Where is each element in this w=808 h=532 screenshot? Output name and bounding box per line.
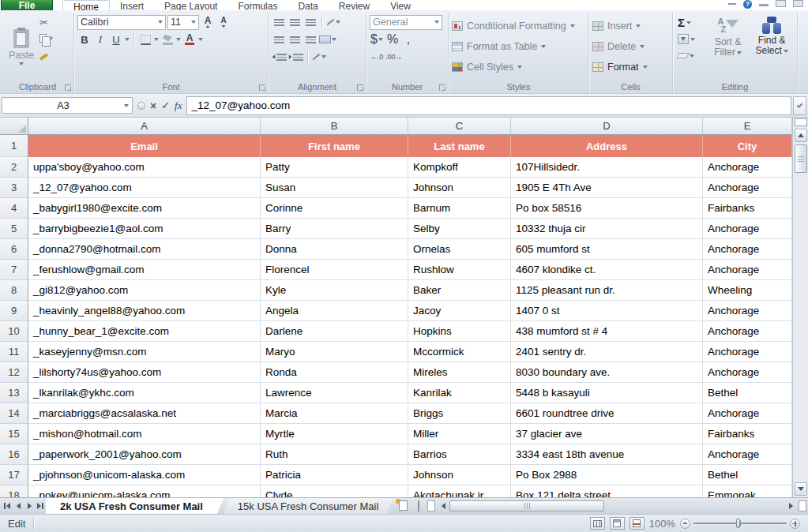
font-name-select[interactable]: Calibri: [77, 15, 166, 30]
cell-city[interactable]: Fairbanks: [703, 198, 792, 219]
cell-address[interactable]: 1905 E 4Th Ave: [511, 178, 703, 198]
cell-last-name[interactable]: Kanrilak: [408, 383, 511, 403]
cell-first-name[interactable]: Clyde: [261, 485, 408, 497]
next-sheet-button[interactable]: [24, 500, 35, 512]
row-number[interactable]: 8: [0, 280, 28, 301]
cell-city[interactable]: Anchorage: [703, 260, 792, 280]
chevron-down-icon[interactable]: [176, 38, 181, 41]
zoom-track[interactable]: [693, 523, 787, 524]
horizontal-split-box[interactable]: [427, 500, 435, 511]
cell-email[interactable]: _gi812@yahoo.com: [28, 280, 261, 301]
cell-address[interactable]: 6601 roundtree drive: [511, 403, 703, 424]
comma-button[interactable]: ,: [401, 32, 415, 47]
scroll-down-button[interactable]: [795, 482, 807, 496]
header-cell[interactable]: Last name: [408, 135, 511, 157]
cell-first-name[interactable]: Maryo: [261, 342, 408, 362]
format-as-table-button[interactable]: Format as Table: [452, 36, 585, 57]
cell-city[interactable]: Anchorage: [703, 342, 792, 362]
currency-button[interactable]: $: [370, 32, 384, 47]
cell-first-name[interactable]: Barry: [261, 219, 408, 239]
chevron-down-icon[interactable]: [124, 104, 129, 107]
header-cell[interactable]: City: [703, 135, 792, 157]
cell-last-name[interactable]: Ornelas: [408, 239, 511, 260]
row-number[interactable]: 3: [0, 178, 28, 198]
cell-first-name[interactable]: Marcia: [261, 403, 408, 424]
cell-city[interactable]: Anchorage: [703, 219, 792, 239]
cell-email[interactable]: _barrybigbeezie1@aol.com: [28, 219, 261, 239]
cell-city[interactable]: Wheeling: [703, 280, 792, 301]
cell-address[interactable]: 438 mumford st # 4: [511, 321, 703, 342]
cell-city[interactable]: Anchorage: [703, 362, 792, 383]
tab-data[interactable]: Data: [287, 0, 328, 10]
cell-last-name[interactable]: Mireles: [408, 362, 511, 383]
align-middle-button[interactable]: [287, 15, 302, 29]
horizontal-scroll-thumb[interactable]: [449, 500, 604, 511]
cell-last-name[interactable]: Baker: [408, 280, 511, 301]
conditional-formatting-button[interactable]: Conditional Formatting: [452, 16, 585, 36]
cell-first-name[interactable]: Donna: [261, 239, 408, 260]
wrap-text-button[interactable]: [312, 50, 326, 64]
cell-first-name[interactable]: Lawrence: [261, 383, 408, 403]
page-layout-view-button[interactable]: [610, 517, 625, 530]
dialog-launcher-icon[interactable]: [357, 84, 363, 91]
help-icon[interactable]: ?: [743, 0, 752, 9]
insert-cells-button[interactable]: Insert: [592, 16, 669, 36]
vertical-scroll-thumb[interactable]: [795, 144, 807, 173]
first-sheet-button[interactable]: [2, 500, 13, 512]
vertical-scrollbar[interactable]: [792, 118, 808, 497]
column-header-c[interactable]: C: [408, 118, 511, 134]
name-box[interactable]: A3: [2, 97, 133, 114]
tab-split-handle[interactable]: [418, 500, 423, 511]
italic-button[interactable]: I: [93, 32, 107, 47]
cell-last-name[interactable]: Hopkins: [408, 321, 511, 342]
enter-button[interactable]: ✓: [161, 99, 170, 111]
cell-last-name[interactable]: Barrios: [408, 444, 511, 465]
row-number[interactable]: 16: [0, 444, 28, 465]
cell-first-name[interactable]: Darlene: [261, 321, 408, 342]
cell-city[interactable]: Bethel: [703, 383, 792, 403]
file-tab[interactable]: File: [1, 0, 53, 10]
cell-email[interactable]: _mishon@hotmail.com: [28, 424, 261, 444]
cell-last-name[interactable]: Selby: [408, 219, 511, 239]
previous-sheet-button[interactable]: [13, 500, 24, 512]
chevron-down-icon[interactable]: [154, 38, 159, 41]
align-center-button[interactable]: [287, 32, 302, 47]
dialog-launcher-icon[interactable]: [259, 84, 265, 91]
cell-address[interactable]: 37 glacier ave: [511, 424, 703, 444]
cell-email[interactable]: uppa'sboy@yahoo.com: [28, 157, 261, 178]
sheet-tab-inactive[interactable]: 15k USA Fresh Consumer Mail: [224, 498, 393, 514]
fill-color-button[interactable]: [160, 32, 175, 47]
orientation-button[interactable]: [326, 15, 340, 29]
cell-email[interactable]: _paperwork_2001@yahoo.com: [28, 444, 261, 465]
copy-button[interactable]: [38, 32, 54, 45]
cell-email[interactable]: _babygirl1980@excite.com: [28, 198, 261, 219]
cell-last-name[interactable]: Barnum: [408, 198, 511, 219]
find-select-button[interactable]: Find & Select: [750, 16, 794, 81]
row-number[interactable]: 2: [0, 157, 28, 178]
page-break-view-button[interactable]: [629, 517, 645, 530]
column-header-b[interactable]: B: [261, 118, 408, 134]
cell-email[interactable]: _donna2790@hotmail.com: [28, 239, 261, 260]
fill-button[interactable]: [676, 32, 706, 46]
cell-address[interactable]: 605 mumford st: [511, 239, 703, 260]
grow-font-button[interactable]: A: [201, 15, 215, 29]
row-number[interactable]: 6: [0, 239, 28, 260]
cell-last-name[interactable]: Mccormick: [408, 342, 511, 362]
sheet-tab-active[interactable]: 2k USA Fresh Consumer Mail: [46, 498, 224, 514]
cell-address[interactable]: 4607 klondike ct.: [511, 260, 703, 280]
cell-email[interactable]: _heavinly_angel88@yahoo.com: [28, 301, 261, 321]
cell-city[interactable]: Fairbanks: [703, 424, 792, 444]
format-cells-button[interactable]: Format: [592, 57, 669, 77]
tab-home[interactable]: Home: [62, 0, 110, 10]
row-number[interactable]: 11: [0, 342, 28, 362]
cell-address[interactable]: Po box 58516: [511, 198, 703, 219]
split-box[interactable]: [795, 118, 807, 126]
align-bottom-button[interactable]: [303, 15, 318, 29]
cell-first-name[interactable]: Kyle: [261, 280, 408, 301]
cell-last-name[interactable]: Kompkoff: [408, 157, 511, 178]
cell-address[interactable]: 8030 boundary ave.: [511, 362, 703, 383]
cell-first-name[interactable]: Susan: [261, 178, 408, 198]
cell-email[interactable]: _hunny_bear_1@excite.com: [28, 321, 261, 342]
column-header-e[interactable]: E: [703, 118, 792, 134]
cell-city[interactable]: Anchorage: [703, 178, 792, 198]
